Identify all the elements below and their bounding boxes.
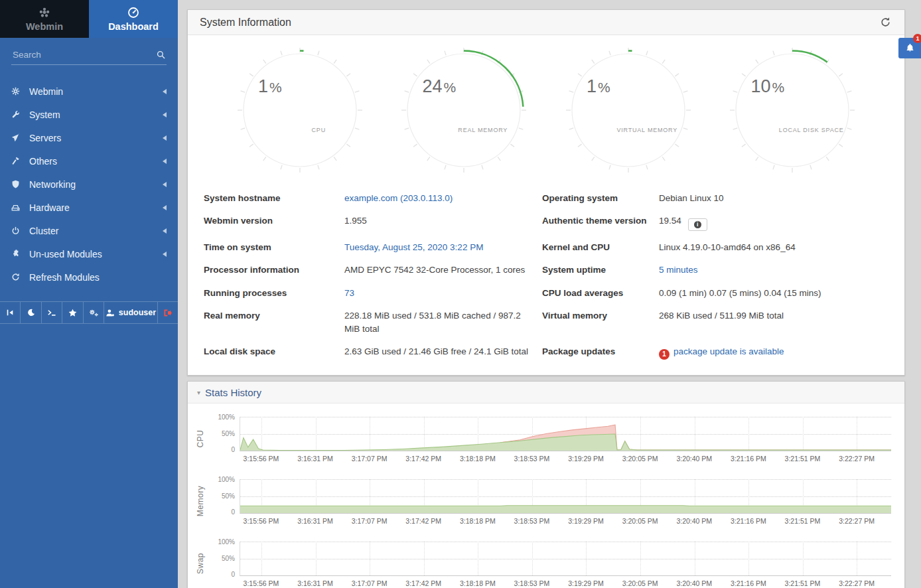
x-tick-label: 3:18:53 PM <box>514 455 550 463</box>
chart-axis-name: CPU <box>193 417 208 465</box>
sidebar-menu: WebminSystemServersOthersNetworkingHardw… <box>0 68 178 289</box>
chart-x-axis: 3:15:56 PM3:16:31 PM3:17:07 PM3:17:42 PM… <box>240 451 891 465</box>
tab-webmin[interactable]: Webmin <box>0 0 89 38</box>
sidebar-toolbar: sudouser <box>0 301 178 324</box>
sidebar-item-label: Others <box>29 156 163 167</box>
info-link-system-hostname[interactable]: example.com (203.0.113.0) <box>344 193 453 203</box>
sidebar-item-un-used-modules[interactable]: Un-used Modules <box>0 242 178 265</box>
search-icon[interactable] <box>157 50 165 59</box>
info-value-package-updates: 1package update is available <box>659 340 891 365</box>
info-value-system-hostname: example.com (203.0.113.0) <box>344 186 542 210</box>
moon-icon <box>27 309 35 317</box>
tab-dashboard[interactable]: Dashboard <box>89 0 178 38</box>
terminal-icon <box>47 309 56 317</box>
y-tick-label: 50% <box>222 492 235 500</box>
sidebar-item-label: Hardware <box>29 202 163 213</box>
notifications-badge: 1 <box>913 34 921 43</box>
y-tick-label: 100% <box>218 413 235 421</box>
bell-icon <box>905 43 915 53</box>
gauge-label: CPU <box>312 127 326 133</box>
y-tick-label: 50% <box>222 430 235 437</box>
info-label-system-uptime: System uptime <box>542 259 659 282</box>
gauge-real-memory: 24%REAL MEMORY <box>401 47 527 173</box>
tab-webmin-label: Webmin <box>26 21 63 32</box>
system-info-table: System hostnameexample.com (203.0.113.0)… <box>188 177 904 375</box>
x-tick-label: 3:16:31 PM <box>297 455 333 463</box>
info-link-time-on-system[interactable]: Tuesday, August 25, 2020 3:22 PM <box>344 242 483 252</box>
info-label-operating-system: Operating system <box>542 186 659 210</box>
main-content: 1 System Information 1%CPU24%REAL MEMORY… <box>178 0 921 588</box>
stats-history-toggle[interactable]: ▾ Stats History <box>188 382 904 404</box>
chart-memory: Memory100%50%03:15:56 PM3:16:31 PM3:17:0… <box>193 479 891 527</box>
theme-info-button[interactable]: i <box>688 218 707 231</box>
x-tick-label: 3:20:40 PM <box>676 579 712 587</box>
notifications-bell-button[interactable]: 1 <box>898 38 921 58</box>
settings-button[interactable] <box>84 302 104 323</box>
info-label-running-processes: Running processes <box>204 281 344 305</box>
chart-axis-name: Memory <box>193 479 208 527</box>
sidebar-item-networking[interactable]: Networking <box>0 173 178 196</box>
gauge-local-disk-space: 10%LOCAL DISK SPACE <box>729 47 855 173</box>
sidebar-item-label: Webmin <box>29 86 163 97</box>
chevron-left-icon <box>163 228 167 234</box>
charts: CPU100%50%03:15:56 PM3:16:31 PM3:17:07 P… <box>188 404 904 588</box>
chart-x-axis: 3:15:56 PM3:16:31 PM3:17:07 PM3:17:42 PM… <box>240 576 891 588</box>
logout-button[interactable] <box>158 302 178 323</box>
sidebar-item-webmin[interactable]: Webmin <box>0 80 178 103</box>
x-tick-label: 3:20:05 PM <box>622 517 658 525</box>
collapse-icon <box>6 309 14 317</box>
favorites-button[interactable] <box>62 302 83 323</box>
chevron-left-icon <box>163 89 167 94</box>
y-tick-label: 0 <box>231 571 235 578</box>
gauge-label: REAL MEMORY <box>458 127 508 133</box>
y-tick-label: 100% <box>218 476 235 483</box>
info-link-package-updates[interactable]: package update is available <box>673 346 784 356</box>
sidebar-item-system[interactable]: System <box>0 103 178 126</box>
gauge-value: 24% <box>423 76 457 97</box>
gauge-label: LOCAL DISK SPACE <box>779 127 844 133</box>
collapse-sidebar-button[interactable] <box>0 302 21 323</box>
sidebar-item-refresh-modules[interactable]: Refresh Modules <box>0 265 178 289</box>
chevron-left-icon <box>163 182 167 187</box>
info-label-webmin-version: Webmin version <box>204 210 344 236</box>
x-tick-label: 3:19:29 PM <box>568 579 604 587</box>
wrench-icon <box>11 110 29 119</box>
info-link-running-processes[interactable]: 73 <box>344 288 354 298</box>
sidebar-item-label: System <box>29 110 163 120</box>
info-label-package-updates: Package updates <box>542 340 659 365</box>
username-label: sudouser <box>119 308 156 317</box>
x-tick-label: 3:20:05 PM <box>622 455 658 463</box>
terminal-button[interactable] <box>42 302 62 323</box>
refresh-button[interactable] <box>879 15 892 29</box>
info-label-virtual-memory: Virtual memory <box>542 305 659 340</box>
paper-plane-icon <box>11 133 29 142</box>
chevron-left-icon <box>163 159 167 164</box>
sidebar-item-hardware[interactable]: Hardware <box>0 196 178 219</box>
sidebar-item-cluster[interactable]: Cluster <box>0 219 178 242</box>
night-mode-button[interactable] <box>21 302 41 323</box>
sidebar-item-label: Cluster <box>29 226 163 236</box>
search-input[interactable] <box>13 50 157 60</box>
info-value-kernel-and-cpu: Linux 4.19.0-10-amd64 on x86_64 <box>659 236 891 259</box>
user-icon <box>106 309 115 317</box>
info-link-system-uptime[interactable]: 5 minutes <box>659 265 698 275</box>
y-tick-label: 100% <box>218 538 235 546</box>
y-tick-label: 0 <box>231 446 235 453</box>
user-menu-button[interactable]: sudouser <box>104 302 157 323</box>
x-tick-label: 3:18:18 PM <box>460 579 496 587</box>
sidebar-item-servers[interactable]: Servers <box>0 126 178 149</box>
info-value-authentic-theme-version: 19.54i <box>659 210 891 236</box>
x-tick-label: 3:16:31 PM <box>297 517 333 525</box>
hdd-icon <box>11 203 29 212</box>
chart-swap: Swap100%50%03:15:56 PM3:16:31 PM3:17:07 … <box>193 542 891 588</box>
x-tick-label: 3:17:42 PM <box>405 579 441 587</box>
chart-y-axis: 100%50%0 <box>208 479 240 514</box>
info-label-time-on-system: Time on system <box>204 236 344 259</box>
y-tick-label: 0 <box>231 508 235 516</box>
chart-y-axis: 100%50%0 <box>208 542 240 576</box>
x-tick-label: 3:21:16 PM <box>731 579 766 587</box>
sidebar-item-others[interactable]: Others <box>0 149 178 173</box>
x-tick-label: 3:20:40 PM <box>676 455 712 463</box>
x-tick-label: 3:19:29 PM <box>568 517 604 525</box>
x-tick-label: 3:21:16 PM <box>731 455 766 463</box>
